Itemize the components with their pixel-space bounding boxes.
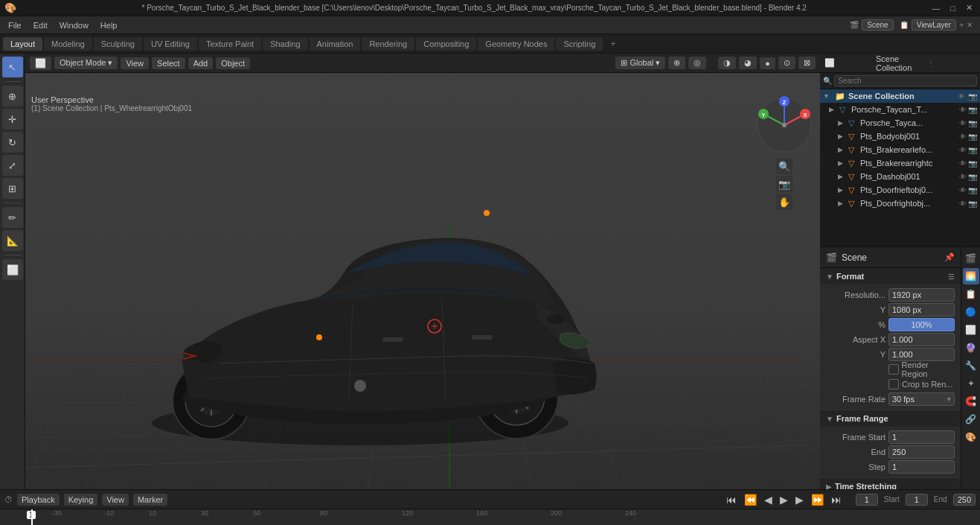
- menu-file[interactable]: File: [3, 19, 27, 31]
- particles-properties-icon[interactable]: ✦: [963, 375, 979, 392]
- view-layer-properties-icon[interactable]: 📋: [963, 286, 979, 302]
- proportional-edit-button[interactable]: ◎: [688, 57, 706, 69]
- frame-step-value[interactable]: 1: [888, 460, 955, 474]
- outliner-item-doorright[interactable]: ▶ ▽ Pts_Doorfrightobj... 👁 📷: [820, 197, 980, 210]
- item-cam-icon[interactable]: 📷: [968, 106, 977, 114]
- maximize-button[interactable]: □: [947, 4, 958, 13]
- tab-shading[interactable]: Shading: [263, 37, 307, 51]
- outliner-item-porsche[interactable]: ▶ ▽ Porsche_Taycan_T... 👁 📷: [820, 103, 980, 116]
- viewlayer-remove-icon[interactable]: ✕: [967, 21, 973, 29]
- item-eye-icon[interactable]: 👁: [959, 133, 967, 141]
- menu-help[interactable]: Help: [95, 19, 123, 31]
- snap-button[interactable]: ⊕: [668, 57, 685, 69]
- outliner-search-input[interactable]: [834, 75, 977, 86]
- menu-edit[interactable]: Edit: [28, 19, 53, 31]
- frame-range-section-header[interactable]: ▼ Frame Range: [820, 410, 961, 427]
- time-stretching-section-header[interactable]: ▶ Time Stretching: [820, 478, 961, 489]
- tab-uv-editing[interactable]: UV Editing: [144, 37, 197, 51]
- resolution-y-value[interactable]: 1080 px: [888, 303, 955, 316]
- item-eye-icon[interactable]: 👁: [959, 173, 967, 181]
- outliner-item-body[interactable]: ▶ ▽ Pts_Bodyobj001 👁 📷: [820, 130, 980, 143]
- overlay-button[interactable]: ⊙: [778, 57, 795, 69]
- object-menu[interactable]: Object: [216, 57, 250, 69]
- constraints-properties-icon[interactable]: 🔗: [963, 411, 979, 427]
- measure-tool-button[interactable]: 📐: [2, 230, 23, 251]
- playback-menu[interactable]: Playback: [17, 494, 60, 506]
- outliner-item-brakerightfront[interactable]: ▶ ▽ Pts_Brakerearrightc 👁 📷: [820, 156, 980, 170]
- tab-texture-paint[interactable]: Texture Paint: [199, 37, 261, 51]
- item-cam-icon[interactable]: 📷: [968, 186, 977, 194]
- add-workspace-button[interactable]: +: [604, 36, 622, 51]
- aspect-x-value[interactable]: 1.000: [888, 333, 955, 346]
- select-menu[interactable]: Select: [152, 57, 185, 69]
- object-mode-dropdown[interactable]: Object Mode ▾: [54, 57, 118, 69]
- add-cube-button[interactable]: ⬜: [2, 259, 23, 280]
- transform-tool-button[interactable]: ⊞: [2, 178, 23, 199]
- item-cam-icon[interactable]: 📷: [968, 119, 977, 127]
- move-tool-button[interactable]: ✛: [2, 109, 23, 130]
- scene-selector[interactable]: Scene: [862, 19, 893, 31]
- keying-menu[interactable]: Keying: [64, 494, 98, 506]
- properties-pin-icon[interactable]: 📌: [944, 252, 955, 262]
- pan-view-button[interactable]: ✋: [776, 194, 792, 210]
- format-options-icon[interactable]: ☰: [948, 273, 955, 281]
- frame-rate-value[interactable]: 30 fps ▾: [888, 392, 955, 406]
- tab-scripting[interactable]: Scripting: [556, 37, 603, 51]
- viewport[interactable]: ⬜ Object Mode ▾ View Select Add Object ⊞…: [25, 54, 820, 489]
- object-properties-icon[interactable]: 🔮: [963, 340, 979, 356]
- crop-checkbox[interactable]: [888, 379, 899, 389]
- jump-to-start-button[interactable]: ⏮: [724, 493, 739, 506]
- scale-tool-button[interactable]: ⤢: [2, 155, 23, 176]
- material-properties-icon[interactable]: 🎨: [963, 429, 979, 445]
- prev-keyframe-button[interactable]: ⏪: [742, 493, 759, 506]
- marker-menu[interactable]: Marker: [133, 494, 167, 506]
- next-keyframe-button[interactable]: ⏩: [809, 493, 826, 506]
- current-frame-field[interactable]: 1: [856, 494, 878, 506]
- collection-visibility-icon[interactable]: 👁: [958, 92, 965, 101]
- item-cam-icon[interactable]: 📷: [968, 159, 977, 168]
- end-frame-field[interactable]: 250: [953, 494, 976, 506]
- aspect-y-value[interactable]: 1.000: [888, 348, 955, 361]
- jump-to-end-button[interactable]: ⏭: [829, 493, 844, 506]
- scene-collection-item[interactable]: ▼ 📁 Scene Collection 👁 📷: [820, 89, 980, 103]
- physics-properties-icon[interactable]: 🧲: [963, 393, 979, 410]
- close-button[interactable]: ✕: [963, 3, 976, 13]
- modifier-properties-icon[interactable]: 🔧: [963, 357, 979, 374]
- world-properties-icon[interactable]: ⬜: [963, 322, 979, 338]
- camera-view-button[interactable]: 📷: [776, 176, 792, 192]
- transform-orientation-dropdown[interactable]: ⊞ Global ▾: [615, 57, 665, 69]
- editor-type-button[interactable]: ⬜: [30, 57, 51, 70]
- start-frame-field[interactable]: 1: [906, 494, 928, 506]
- outliner-item-doorleft[interactable]: ▶ ▽ Pts_Doorfrieftobj0... 👁 📷: [820, 183, 980, 197]
- add-menu[interactable]: Add: [188, 57, 214, 69]
- tab-animation[interactable]: Animation: [310, 37, 361, 51]
- menu-window[interactable]: Window: [54, 19, 94, 31]
- item-cam-icon[interactable]: 📷: [968, 200, 977, 208]
- select-tool-button[interactable]: ↖: [2, 57, 23, 77]
- viewlayer-selector[interactable]: ViewLayer: [912, 19, 957, 31]
- item-eye-icon[interactable]: 👁: [959, 106, 967, 114]
- tab-rendering[interactable]: Rendering: [362, 37, 414, 51]
- viewport-canvas[interactable]: User Perspective (1) Scene Collection | …: [25, 73, 820, 489]
- scene-properties-icon[interactable]: 🔵: [963, 304, 979, 320]
- resolution-pct-value[interactable]: 100%: [888, 318, 955, 331]
- gizmo-button[interactable]: ⊠: [798, 57, 816, 69]
- format-section-header[interactable]: ▼ Format ☰: [820, 268, 961, 284]
- viewport-shading-solid[interactable]: ◑: [718, 57, 736, 69]
- view-menu-timeline[interactable]: View: [102, 494, 129, 506]
- outliner-item-porsche2[interactable]: ▶ ▽ Porsche_Tayca... 👁 📷: [820, 116, 980, 130]
- item-eye-icon[interactable]: 👁: [959, 119, 967, 127]
- tab-layout[interactable]: Layout: [3, 37, 42, 51]
- item-eye-icon[interactable]: 👁: [959, 159, 967, 168]
- view-menu[interactable]: View: [121, 57, 149, 69]
- item-cam-icon[interactable]: 📷: [968, 133, 977, 141]
- render-properties-icon[interactable]: 🎬: [963, 250, 979, 267]
- step-back-button[interactable]: ◀: [762, 493, 775, 506]
- play-button[interactable]: ▶: [778, 493, 790, 506]
- outliner-item-brakeleftfront[interactable]: ▶ ▽ Pts_Brakerearlefo... 👁 📷: [820, 143, 980, 156]
- tab-geometry-nodes[interactable]: Geometry Nodes: [478, 37, 554, 51]
- collection-camera-icon[interactable]: 📷: [968, 92, 977, 101]
- viewport-shading-material[interactable]: ◕: [739, 57, 757, 69]
- minimize-button[interactable]: —: [929, 4, 943, 13]
- zoom-in-button[interactable]: 🔍: [776, 158, 792, 174]
